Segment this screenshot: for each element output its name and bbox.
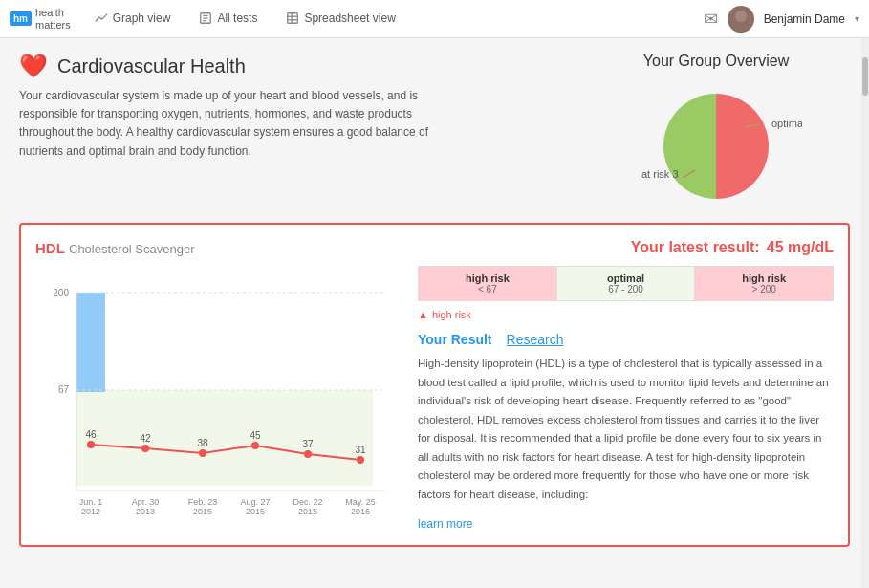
cardio-title: ❤️ Cardiovascular Health [19,53,563,79]
svg-rect-14 [76,390,373,486]
nav-all-tests-label: All tests [217,11,257,25]
hdl-subtitle: Cholesterol Scavenger [69,242,195,256]
svg-text:42: 42 [140,433,151,444]
main-content: ❤️ Cardiovascular Health Your cardiovasc… [0,38,869,561]
svg-rect-4 [288,12,298,23]
header: hm healthmatters Graph view All tests Sp… [0,0,869,38]
top-section: ❤️ Cardiovascular Health Your cardiovasc… [19,53,850,208]
logo: hm healthmatters [10,7,71,30]
svg-text:Feb. 23: Feb. 23 [188,497,218,507]
scrollbar[interactable] [861,38,869,588]
range-bar-optimal: optimal 67 - 200 [557,267,696,300]
svg-text:Dec. 22: Dec. 22 [293,497,322,507]
svg-text:31: 31 [355,445,366,455]
hdl-acronym: HDL [35,240,65,256]
hdl-title: HDL Cholesterol Scavenger [35,240,195,256]
svg-text:46: 46 [85,429,97,440]
cardio-heading: Cardiovascular Health [57,55,246,77]
logo-box: hm [10,11,32,26]
avatar [728,6,754,33]
tab-research[interactable]: Research [507,332,564,347]
nav-spreadsheet[interactable]: Spreadsheet view [281,0,400,38]
range-low-value: < 67 [423,284,553,294]
heart-icon: ❤️ [19,53,48,79]
nav-graph-label: Graph view [113,11,171,25]
hdl-body: 200 67 [35,266,834,531]
svg-point-9 [731,24,750,33]
latest-result-value: 45 mg/dL [767,239,834,255]
tab-your-result[interactable]: Your Result [418,332,492,347]
nav-spreadsheet-label: Spreadsheet view [304,11,395,25]
svg-text:Aug. 27: Aug. 27 [240,497,270,507]
svg-text:May. 25: May. 25 [345,497,375,507]
svg-text:2016: 2016 [351,507,370,516]
header-right: ✉ Benjamin Dame ▾ [704,6,859,33]
svg-text:2013: 2013 [136,507,155,516]
high-risk-indicator: high risk [418,309,834,320]
range-low-label: high risk [423,272,553,284]
svg-text:optimal 3: optimal 3 [771,118,802,129]
range-optimal-value: 67 - 200 [561,284,691,294]
group-overview-title: Your Group Overview [582,53,850,70]
nav-graph[interactable]: Graph view [90,0,176,38]
range-bars: high risk < 67 optimal 67 - 200 high ris… [418,266,834,301]
user-name[interactable]: Benjamin Dame [764,12,845,26]
mail-icon[interactable]: ✉ [704,9,718,30]
nav-all-tests[interactable]: All tests [194,0,262,38]
cardio-description: Your cardiovascular system is made up of… [19,87,440,161]
range-bar-low: high risk < 67 [419,267,557,300]
logo-text: healthmatters [35,7,71,30]
pie-chart: optimal 3 at risk 3 [630,75,802,208]
svg-text:2015: 2015 [298,507,317,516]
high-risk-indicator-label: high risk [432,309,471,320]
svg-text:200: 200 [53,288,69,298]
cardio-info: ❤️ Cardiovascular Health Your cardiovasc… [19,53,582,208]
svg-text:2015: 2015 [193,507,212,516]
svg-text:at risk 3: at risk 3 [641,168,679,180]
list-icon [199,11,212,25]
group-overview: Your Group Overview optimal 3 at risk 3 [582,53,850,208]
svg-text:38: 38 [197,438,208,448]
hdl-card: HDL Cholesterol Scavenger Your latest re… [19,223,850,547]
info-area: high risk < 67 optimal 67 - 200 high ris… [418,266,834,531]
svg-text:67: 67 [58,384,70,395]
latest-result: Your latest result: 45 mg/dL [631,239,834,256]
user-dropdown-icon[interactable]: ▾ [855,13,859,24]
svg-point-23 [357,456,364,464]
svg-point-22 [304,450,312,458]
svg-point-18 [87,441,95,448]
svg-rect-17 [76,293,105,392]
latest-result-label: Your latest result: [631,239,760,255]
hdl-header: HDL Cholesterol Scavenger Your latest re… [35,239,834,256]
svg-point-19 [141,445,149,452]
table-icon [286,11,299,25]
svg-text:45: 45 [250,430,261,441]
svg-text:2012: 2012 [81,507,100,516]
range-optimal-label: optimal [561,272,691,284]
svg-point-20 [199,449,206,457]
svg-text:Jun. 1: Jun. 1 [79,497,103,507]
svg-text:37: 37 [302,439,314,449]
range-bar-high: high risk > 200 [695,267,833,300]
scrollbar-thumb[interactable] [862,57,868,96]
svg-text:2015: 2015 [246,507,265,516]
learn-more-link[interactable]: learn more [418,517,472,531]
svg-point-8 [735,11,747,22]
result-description: High-density lipoprotein (HDL) is a type… [418,355,834,504]
svg-text:Apr. 30: Apr. 30 [132,497,160,507]
range-high-value: > 200 [699,284,829,294]
chart-icon [95,11,108,25]
chart-area: 200 67 [35,266,399,531]
svg-point-21 [251,442,259,449]
result-tabs: Your Result Research [418,332,834,347]
range-high-label: high risk [699,272,829,284]
